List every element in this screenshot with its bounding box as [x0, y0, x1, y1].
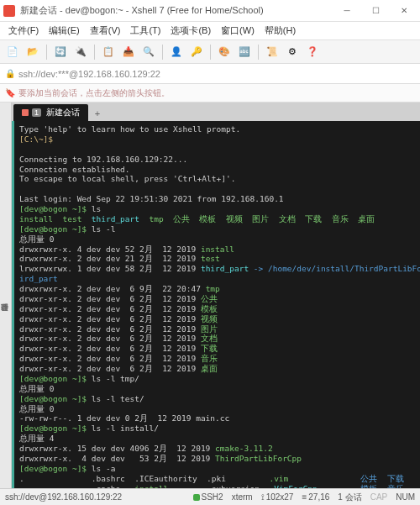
tab-status-icon	[22, 109, 29, 116]
menu-file[interactable]: 文件(F)	[3, 23, 44, 39]
status-caps: CAP	[370, 492, 388, 502]
tab-label: 新建会话	[46, 107, 80, 118]
status-bar: ssh://dev@192.168.160.129:22 SSH2 xterm …	[0, 488, 420, 505]
menu-help[interactable]: 帮助(H)	[260, 23, 301, 39]
menu-tabs[interactable]: 选项卡(B)	[165, 23, 216, 39]
open-icon[interactable]: 📂	[24, 43, 42, 61]
hint-bar: 🔖 要添加当前会话，点击左侧的箭头按钮。	[0, 84, 420, 103]
reconnect-icon[interactable]: 🔄	[51, 43, 70, 61]
separator	[94, 45, 95, 60]
terminal-wrapper: 1 新建会话 + Type 'help' to learn how to use…	[12, 103, 420, 488]
status-dot-icon	[193, 494, 200, 501]
separator	[210, 45, 211, 60]
status-ssh: SSH2	[193, 492, 223, 502]
menu-bar: 文件(F) 编辑(E) 查看(V) 工具(T) 选项卡(B) 窗口(W) 帮助(…	[0, 22, 420, 40]
font-icon[interactable]: 🔤	[235, 43, 254, 61]
status-pos: ≡ 27,16	[302, 492, 329, 502]
new-tab-button[interactable]: +	[90, 106, 105, 121]
gear-icon[interactable]: ⚙	[283, 43, 302, 61]
main-area: 会话管理器 隧道窗格 1 新建会话 + Type 'help' to learn…	[0, 103, 420, 488]
side-tab-sessions[interactable]: 会话管理器	[0, 294, 11, 301]
maximize-button[interactable]: ☐	[363, 3, 388, 19]
side-gutter: 会话管理器 隧道窗格	[0, 103, 12, 488]
status-num: NUM	[396, 492, 415, 502]
menu-tools[interactable]: 工具(T)	[125, 23, 165, 39]
disconnect-icon[interactable]: 🔌	[71, 43, 90, 61]
status-size: ⟟ 102x27	[261, 492, 294, 502]
window-title: 新建会话 - dev@bogon:~ - Xshell 7 (Free for …	[20, 4, 334, 17]
toolbar: 📄 📂 🔄 🔌 📋 📥 🔍 👤 🔑 🎨 🔤 📜 ⚙ ❓	[0, 40, 420, 64]
menu-edit[interactable]: 编辑(E)	[44, 23, 85, 39]
palette-icon[interactable]: 🎨	[215, 43, 234, 61]
status-sessions: 1 会话	[338, 492, 361, 503]
key-icon[interactable]: 🔑	[187, 43, 206, 61]
lock-icon: 🔒	[5, 69, 15, 78]
menu-view[interactable]: 查看(V)	[85, 23, 126, 39]
help-icon[interactable]: ❓	[303, 43, 322, 61]
close-button[interactable]: ✕	[391, 3, 417, 19]
session-tab[interactable]: 1 新建会话	[13, 104, 88, 121]
title-bar: 新建会话 - dev@bogon:~ - Xshell 7 (Free for …	[0, 0, 420, 22]
minimize-button[interactable]: ─	[334, 3, 360, 19]
bookmark-icon[interactable]: 🔖	[5, 88, 15, 97]
app-icon	[3, 5, 15, 17]
status-term: xterm	[232, 492, 253, 502]
terminal[interactable]: Type 'help' to learn how to use Xshell p…	[12, 121, 420, 488]
tab-number: 1	[32, 108, 41, 117]
hint-text: 要添加当前会话，点击左侧的箭头按钮。	[18, 87, 170, 99]
paste-icon[interactable]: 📥	[119, 43, 138, 61]
script-icon[interactable]: 📜	[263, 43, 281, 61]
address-text: ssh://dev:***@192.168.160.129:22	[18, 69, 160, 79]
profile-icon[interactable]: 👤	[167, 43, 186, 61]
separator	[46, 45, 47, 60]
new-session-icon[interactable]: 📄	[3, 43, 22, 61]
separator	[162, 45, 163, 60]
tab-strip: 1 新建会话 +	[12, 103, 420, 121]
status-connection: ssh://dev@192.168.160.129:22	[5, 492, 185, 502]
search-icon[interactable]: 🔍	[139, 43, 158, 61]
separator	[258, 45, 259, 60]
address-bar[interactable]: 🔒 ssh://dev:***@192.168.160.129:22	[0, 64, 420, 84]
copy-icon[interactable]: 📋	[99, 43, 118, 61]
menu-window[interactable]: 窗口(W)	[216, 23, 260, 39]
